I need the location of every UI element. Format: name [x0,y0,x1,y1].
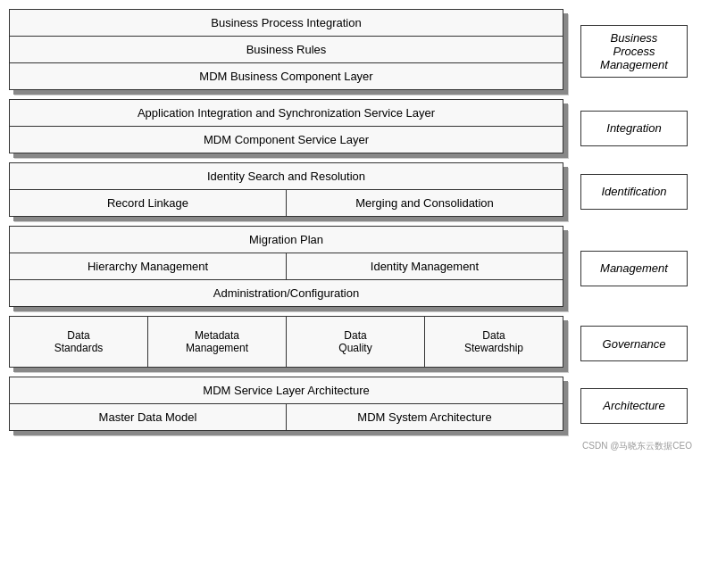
section-governance: Data StandardsMetadata ManagementData Qu… [9,316,692,371]
row-architecture-1: Master Data ModelMDM System Architecture [10,404,563,430]
watermark: CSDN @马晓东云数据CEO [9,440,692,452]
box-governance: Data StandardsMetadata ManagementData Qu… [9,316,563,368]
row-management-0: Migration Plan [10,227,563,253]
cell-management-2-0: Administration/Configuration [10,280,563,306]
layer-architecture: MDM Service Layer ArchitectureMaster Dat… [9,377,569,435]
cell-governance-0-3: Data Stewardship [425,317,563,367]
cell-identification-1-0: Record Linkage [10,190,287,216]
cell-integration-1-0: MDM Component Service Layer [10,127,563,153]
layer-business-process: Business Process IntegrationBusiness Rul… [9,9,569,94]
row-business-process-1: Business Rules [10,37,563,63]
section-business-process: Business Process IntegrationBusiness Rul… [9,9,692,94]
label-text-business-process: Business Process Management [580,25,688,78]
label-text-architecture: Architecture [580,388,688,424]
layer-governance: Data StandardsMetadata ManagementData Qu… [9,316,569,371]
cell-architecture-1-0: Master Data Model [10,404,287,430]
row-architecture-0: MDM Service Layer Architecture [10,377,563,404]
label-text-identification: Identification [580,174,688,210]
cell-identification-0-0: Identity Search and Resolution [10,163,563,189]
row-governance-0: Data StandardsMetadata ManagementData Qu… [10,317,563,367]
box-integration: Application Integration and Synchronizat… [9,99,563,153]
row-integration-1: MDM Component Service Layer [10,127,563,153]
box-identification: Identity Search and ResolutionRecord Lin… [9,162,563,217]
layer-management: Migration PlanHierarchy ManagementIdenti… [9,226,569,311]
cell-integration-0-0: Application Integration and Synchronizat… [10,100,563,126]
row-integration-0: Application Integration and Synchronizat… [10,100,563,127]
section-architecture: MDM Service Layer ArchitectureMaster Dat… [9,377,692,435]
label-identification: Identification [576,162,692,220]
label-integration: Integration [576,99,692,157]
label-text-integration: Integration [580,111,688,146]
cell-business-process-0-0: Business Process Integration [10,10,563,36]
row-identification-0: Identity Search and Resolution [10,163,563,190]
cell-management-0-0: Migration Plan [10,227,563,253]
label-business-process: Business Process Management [576,9,692,94]
label-management: Management [576,226,692,311]
row-management-1: Hierarchy ManagementIdentity Management [10,253,563,280]
label-governance: Governance [576,316,692,371]
label-text-management: Management [580,251,688,286]
box-management: Migration PlanHierarchy ManagementIdenti… [9,226,563,307]
label-text-governance: Governance [580,326,688,361]
row-business-process-2: MDM Business Component Layer [10,63,563,89]
section-integration: Application Integration and Synchronizat… [9,99,692,157]
cell-governance-0-1: Metadata Management [148,317,287,367]
layer-integration: Application Integration and Synchronizat… [9,99,569,157]
cell-management-1-0: Hierarchy Management [10,253,287,279]
cell-business-process-1-0: Business Rules [10,37,563,62]
cell-identification-1-1: Merging and Consolidation [287,190,563,216]
section-management: Migration PlanHierarchy ManagementIdenti… [9,226,692,311]
row-identification-1: Record LinkageMerging and Consolidation [10,190,563,216]
row-management-2: Administration/Configuration [10,280,563,306]
cell-governance-0-0: Data Standards [10,317,148,367]
row-business-process-0: Business Process Integration [10,10,563,37]
cell-architecture-0-0: MDM Service Layer Architecture [10,377,563,403]
box-business-process: Business Process IntegrationBusiness Rul… [9,9,563,90]
cell-governance-0-2: Data Quality [287,317,425,367]
box-architecture: MDM Service Layer ArchitectureMaster Dat… [9,377,563,431]
cell-architecture-1-1: MDM System Architecture [287,404,563,430]
section-identification: Identity Search and ResolutionRecord Lin… [9,162,692,220]
cell-management-1-1: Identity Management [287,253,563,279]
label-architecture: Architecture [576,377,692,435]
layer-identification: Identity Search and ResolutionRecord Lin… [9,162,569,220]
cell-business-process-2-0: MDM Business Component Layer [10,63,563,89]
